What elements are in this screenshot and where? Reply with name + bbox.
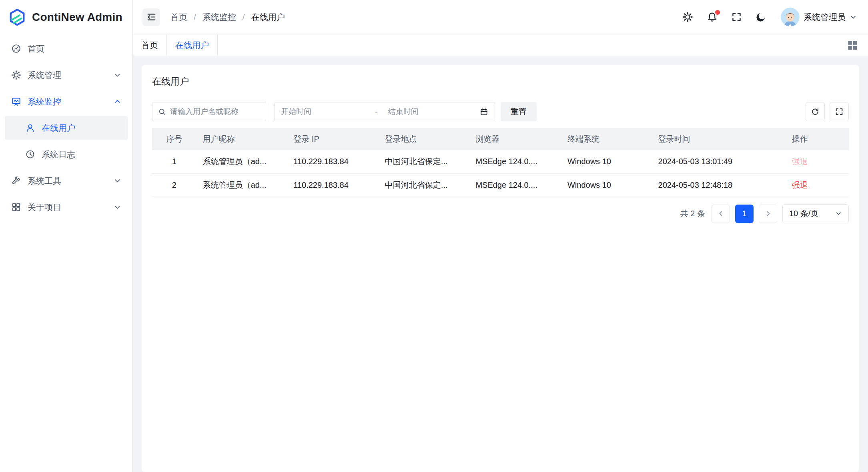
table-row: 1 系统管理员（ad... 110.229.183.84 中国河北省保定... … — [152, 150, 849, 173]
tab-label: 在线用户 — [175, 40, 209, 51]
force-logout-link[interactable]: 强退 — [792, 157, 808, 166]
table-header: 序号 用户昵称 登录 IP 登录地点 浏览器 终端系统 登录时间 操作 — [152, 128, 849, 150]
calendar-icon — [480, 108, 488, 116]
search-input[interactable] — [170, 107, 260, 116]
tab-online-users[interactable]: 在线用户 — [167, 34, 218, 56]
chevron-right-icon — [765, 210, 772, 217]
cell-browser: MSEdge 124.0.... — [469, 173, 561, 197]
cell-os: Windows 10 — [561, 150, 652, 173]
chevron-down-icon — [114, 71, 121, 79]
breadcrumb-system-monitor[interactable]: 系统监控 — [202, 12, 236, 23]
sidebar-item-system-monitor[interactable]: 系统监控 — [5, 90, 128, 113]
fullscreen-icon — [835, 107, 844, 116]
topbar-actions: 系统管理员 — [682, 8, 857, 26]
sidebar-item-online-users[interactable]: 在线用户 — [5, 116, 128, 140]
col-login-ip: 登录 IP — [287, 128, 379, 150]
tabbar-actions — [846, 34, 868, 56]
user-name: 系统管理员 — [804, 12, 846, 23]
col-browser: 浏览器 — [469, 128, 561, 150]
user-menu[interactable]: 系统管理员 — [781, 8, 857, 26]
cell-index: 1 — [152, 150, 196, 173]
chevron-left-icon — [718, 210, 724, 217]
chevron-down-icon — [114, 177, 121, 185]
refresh-button[interactable] — [806, 102, 825, 121]
cell-nickname: 系统管理员（ad... — [196, 150, 287, 173]
page-size-value: 10 条/页 — [789, 208, 818, 219]
breadcrumb-separator: / — [194, 12, 196, 22]
sidebar-item-label: 系统日志 — [42, 149, 75, 160]
topbar: 首页 / 系统监控 / 在线用户 — [133, 0, 868, 34]
moon-icon[interactable] — [756, 12, 766, 22]
end-time-input[interactable] — [388, 107, 480, 116]
user-icon — [25, 123, 35, 133]
tab-list-grid-icon[interactable] — [846, 39, 858, 51]
prev-page-button[interactable] — [712, 205, 730, 223]
wrench-icon — [11, 176, 21, 186]
sidebar-item-label: 系统监控 — [28, 96, 61, 107]
sidebar-item-system-tools[interactable]: 系统工具 — [5, 169, 128, 193]
search-icon — [158, 108, 166, 116]
col-login-location: 登录地点 — [379, 128, 469, 150]
sidebar-item-system-management[interactable]: 系统管理 — [5, 63, 128, 87]
app-logo-icon — [8, 8, 26, 26]
menu-fold-button[interactable] — [142, 8, 160, 26]
fullscreen-icon[interactable] — [731, 12, 742, 22]
settings-icon[interactable] — [682, 12, 693, 22]
cell-login-time: 2024-05-03 12:48:18 — [652, 173, 786, 197]
tab-label: 首页 — [141, 40, 158, 51]
clock-icon — [25, 149, 35, 159]
expand-button[interactable] — [830, 102, 849, 121]
col-os: 终端系统 — [561, 128, 652, 150]
date-range-picker[interactable]: - — [274, 102, 495, 121]
page-size-select[interactable]: 10 条/页 — [782, 204, 849, 223]
pagination-total: 共 2 条 — [680, 208, 705, 219]
sidebar-menu: 首页 系统管理 — [0, 34, 132, 224]
cell-browser: MSEdge 124.0.... — [469, 150, 561, 173]
cell-nickname: 系统管理员（ad... — [196, 173, 287, 197]
page-number-button[interactable]: 1 — [735, 205, 754, 223]
content-area: 在线用户 - — [133, 56, 868, 472]
col-actions: 操作 — [786, 128, 849, 150]
cell-login-location: 中国河北省保定... — [379, 150, 469, 173]
bell-icon[interactable] — [707, 12, 718, 22]
chevron-down-icon — [114, 203, 121, 211]
cell-index: 2 — [152, 173, 196, 197]
cell-login-location: 中国河北省保定... — [379, 173, 469, 197]
avatar — [781, 8, 800, 26]
sidebar: ContiNew Admin 首页 — [0, 0, 133, 472]
apps-icon — [11, 202, 21, 212]
reset-button[interactable]: 重置 — [501, 102, 537, 121]
sidebar-item-label: 关于项目 — [28, 202, 61, 213]
sidebar-item-about-project[interactable]: 关于项目 — [5, 195, 128, 219]
sidebar-item-label: 首页 — [28, 43, 44, 54]
breadcrumb-online-users: 在线用户 — [251, 12, 285, 23]
tab-home[interactable]: 首页 — [133, 34, 167, 56]
sidebar-item-system-logs[interactable]: 系统日志 — [5, 143, 128, 166]
menu-fold-icon — [146, 12, 156, 22]
app-root: ContiNew Admin 首页 — [0, 0, 868, 472]
breadcrumb-separator: / — [243, 12, 245, 22]
table-toolbar — [806, 102, 849, 121]
next-page-button[interactable] — [759, 205, 777, 223]
range-separator: - — [373, 107, 388, 116]
sidebar-item-label: 系统管理 — [28, 70, 61, 81]
monitor-icon — [11, 96, 21, 106]
breadcrumb-home[interactable]: 首页 — [170, 12, 187, 23]
logo-row: ContiNew Admin — [0, 0, 132, 34]
force-logout-link[interactable]: 强退 — [792, 181, 808, 189]
start-time-input[interactable] — [281, 107, 373, 116]
pagination: 共 2 条 1 10 条/页 — [152, 204, 849, 223]
cell-os: Windows 10 — [561, 173, 652, 197]
chevron-up-icon — [114, 98, 121, 105]
online-users-card: 在线用户 - — [142, 65, 859, 472]
main-column: 首页 / 系统监控 / 在线用户 — [133, 0, 868, 472]
notification-badge — [715, 10, 720, 15]
filter-row: - 重置 — [152, 102, 849, 121]
sidebar-item-label: 在线用户 — [42, 123, 75, 134]
sidebar-item-home[interactable]: 首页 — [5, 37, 128, 60]
refresh-icon — [811, 107, 820, 116]
col-login-time: 登录时间 — [652, 128, 786, 150]
search-box — [152, 102, 266, 121]
online-users-table: 序号 用户昵称 登录 IP 登录地点 浏览器 终端系统 登录时间 操作 1 — [152, 128, 849, 197]
gear-icon — [11, 70, 21, 80]
